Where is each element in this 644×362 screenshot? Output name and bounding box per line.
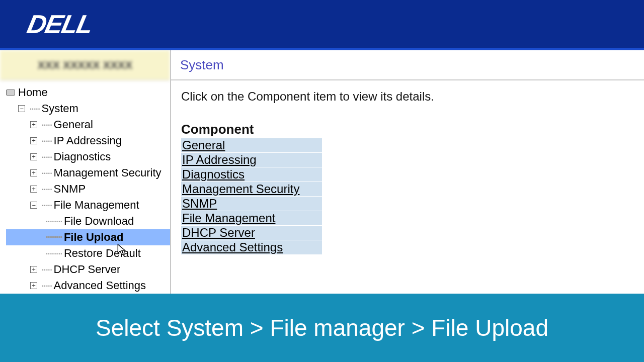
tree-label: DHCP Server [54,263,121,276]
component-heading: Component [181,122,634,137]
component-link[interactable]: SNMP [182,197,217,210]
tree-connector: ····· [41,134,52,147]
plus-icon: + [30,186,37,193]
tree-file-upload[interactable]: ········ File Upload [6,229,170,245]
tree-connector: ····· [41,150,52,163]
tree-connector: ········ [45,215,62,228]
plus-icon: + [30,266,37,273]
tree-diagnostics[interactable]: + ····· Diagnostics [6,149,170,165]
tree-connector: ········ [45,231,62,244]
tree-file-download[interactable]: ········ File Download [6,213,170,229]
nav-tree: Home − ····· System + ····· General + ··… [0,80,170,294]
tree-connector: ····· [41,166,52,179]
component-item-ip-addressing[interactable]: IP Addressing [181,153,322,167]
home-icon [6,89,15,96]
tree-connector: ····· [41,279,52,292]
component-item-management-security[interactable]: Management Security [181,182,322,196]
tree-management-security[interactable]: + ····· Management Security [6,165,170,181]
content-area: XXX XXXXX XXXX Home − ····· System + ···… [0,50,644,294]
plus-icon: + [30,282,37,289]
component-link[interactable]: Advanced Settings [182,240,283,254]
tree-connector: ····· [41,263,52,276]
tree-connector: ····· [41,118,52,131]
tree-label: SNMP [54,183,86,196]
tree-label: Advanced Settings [54,279,146,292]
tree-label: General [54,118,93,131]
component-item-snmp[interactable]: SNMP [181,197,322,211]
tree-connector: ········ [45,247,62,260]
page-title: System [171,50,644,80]
tree-label: Home [18,86,48,99]
plus-icon: + [30,137,37,144]
tree-ip-addressing[interactable]: + ····· IP Addressing [6,133,170,149]
tree-label: File Upload [64,231,124,244]
tree-connector: ····· [29,102,40,115]
plus-icon: + [30,153,37,160]
tree-label: IP Addressing [54,134,122,147]
instruction-banner: Select System > File manager > File Uplo… [0,294,644,362]
tree-label: Restore Default [64,247,141,260]
component-item-general[interactable]: General [181,138,322,152]
tree-connector: ····· [41,183,52,196]
app-header: DELL [0,0,644,50]
tree-general[interactable]: + ····· General [6,117,170,133]
component-link[interactable]: General [182,138,225,152]
component-list: General IP Addressing Diagnostics Manage… [181,138,634,255]
component-item-diagnostics[interactable]: Diagnostics [181,167,322,182]
tree-home[interactable]: Home [6,84,170,101]
component-link[interactable]: File Management [182,211,275,225]
banner-text: Select System > File manager > File Uplo… [96,314,548,341]
component-item-advanced-settings[interactable]: Advanced Settings [181,240,322,254]
component-link[interactable]: Diagnostics [182,167,245,181]
component-link[interactable]: Management Security [182,182,299,196]
tree-restore-default[interactable]: ········ Restore Default [6,245,170,261]
tree-advanced-settings[interactable]: + ····· Advanced Settings [6,278,170,294]
component-item-dhcp-server[interactable]: DHCP Server [181,226,322,240]
tree-label: Management Security [54,166,162,179]
tree-label: File Download [64,215,134,228]
component-item-file-management[interactable]: File Management [181,211,322,225]
tree-label: Diagnostics [54,150,111,163]
device-header: XXX XXXXX XXXX [0,50,170,80]
minus-icon: − [30,202,37,209]
tree-system[interactable]: − ····· System [6,101,170,117]
dell-logo: DELL [25,9,96,39]
component-link[interactable]: IP Addressing [182,153,257,166]
plus-icon: + [30,121,37,128]
tree-connector: ····· [41,199,52,212]
plus-icon: + [30,169,37,176]
component-link[interactable]: DHCP Server [182,226,255,239]
tree-snmp[interactable]: + ····· SNMP [6,181,170,197]
main-body: Click on the Component item to view its … [171,80,644,264]
sidebar: XXX XXXXX XXXX Home − ····· System + ···… [0,50,171,294]
main-panel: System Click on the Component item to vi… [171,50,644,294]
instruction-text: Click on the Component item to view its … [181,89,634,104]
tree-label: System [42,102,78,115]
tree-label: File Management [54,199,139,212]
minus-icon: − [18,105,25,112]
tree-file-management[interactable]: − ····· File Management [6,197,170,213]
tree-dhcp-server[interactable]: + ····· DHCP Server [6,261,170,278]
